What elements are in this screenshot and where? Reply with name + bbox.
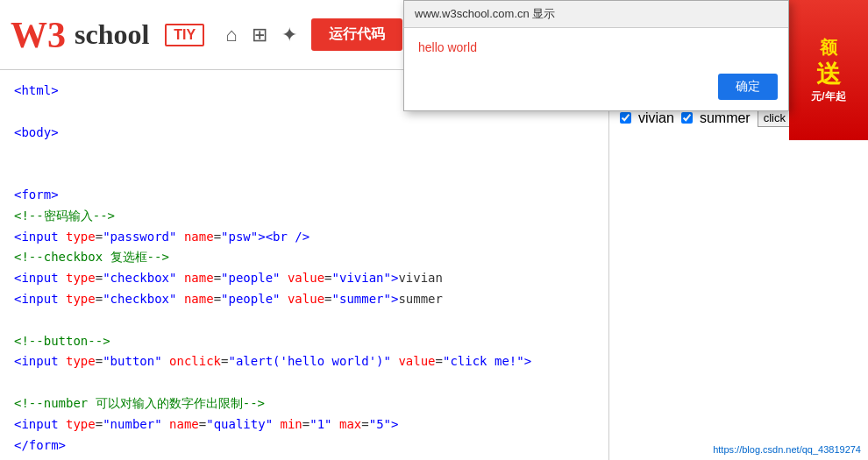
code-line: <input type="checkbox" name="people" val…	[14, 268, 594, 289]
code-line: <!--密码输入-->	[14, 206, 594, 227]
settings-icon[interactable]: ✦	[281, 24, 297, 46]
code-line	[14, 164, 594, 185]
logo-school: school	[75, 18, 149, 51]
ad-line3: 元/年起	[811, 90, 845, 104]
code-line: <input type="password" name="psw"><br />	[14, 227, 594, 248]
grid-icon[interactable]: ⊞	[252, 24, 267, 46]
code-panel: <html> <body> <form> <!--密码输入--> <input …	[0, 70, 609, 460]
code-line: <!--checkbox 复选框-->	[14, 247, 594, 268]
preview-url: https://blog.csdn.net/qq_43819274	[713, 444, 861, 455]
alert-dialog: www.w3school.com.cn 显示 hello world 确定	[403, 0, 789, 111]
preview-checkbox-vivian[interactable]	[620, 112, 631, 124]
toolbar: ⌂ ⊞ ✦ 运行代码	[225, 18, 402, 51]
code-line: <!--button-->	[14, 331, 594, 352]
ad-banner: 额 送 元/年起	[789, 0, 868, 140]
code-line: <body>	[14, 123, 594, 144]
run-button[interactable]: 运行代码	[311, 18, 402, 51]
alert-footer: 确定	[404, 67, 788, 110]
ad-line2: 送	[816, 59, 841, 90]
code-line	[14, 143, 594, 164]
preview-checkbox-summer[interactable]	[681, 112, 693, 124]
alert-header: www.w3school.com.cn 显示	[404, 1, 788, 28]
code-line: <input type="button" onclick="alert('hel…	[14, 351, 594, 372]
alert-message: hello world	[404, 28, 788, 67]
tiy-badge: TIY	[165, 24, 204, 46]
preview-checkbox-vivian-label: vivian	[638, 110, 674, 126]
main: <html> <body> <form> <!--密码输入--> <input …	[0, 70, 868, 460]
logo-area: W3school TIY	[11, 14, 204, 56]
code-line: <form>	[14, 185, 594, 206]
code-line	[14, 372, 594, 393]
alert-ok-button[interactable]: 确定	[718, 74, 778, 100]
code-line	[14, 310, 594, 331]
code-line: <input type="number" name="quality" min=…	[14, 414, 594, 435]
code-line: </body>	[14, 456, 594, 460]
home-icon[interactable]: ⌂	[225, 24, 237, 46]
ad-line1: 额	[820, 36, 837, 59]
logo-w3: W3	[11, 14, 66, 56]
code-line: </form>	[14, 435, 594, 456]
preview-checkbox-summer-label: summer	[700, 110, 751, 126]
code-line: <!--number 可以对输入的数字作出限制-->	[14, 393, 594, 414]
code-line: <input type="checkbox" name="people" val…	[14, 289, 594, 310]
